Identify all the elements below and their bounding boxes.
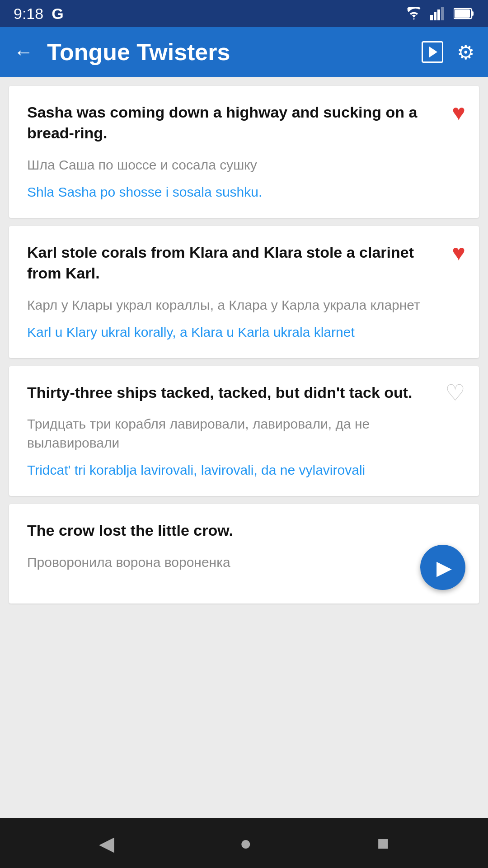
card-sasha: Sasha was coming down a highway and suck… <box>9 86 479 218</box>
svg-rect-5 <box>472 11 474 16</box>
card-1-transliteration: Shla Sasha po shosse i sosala sushku. <box>27 183 463 202</box>
card-3-transliteration: Tridcat' tri korablja lavirovali, laviro… <box>27 461 463 480</box>
nav-bar: ◀ ● ■ <box>0 818 488 868</box>
play-button[interactable] <box>422 41 443 63</box>
favorite-button-3[interactable]: ♡ <box>445 380 465 406</box>
card-3-title: Thirty-three ships tacked, tacked, but d… <box>27 382 463 403</box>
card-1-russian: Шла Саша по шоссе и сосала сушку <box>27 156 463 175</box>
app-bar: ← Tongue Twisters ⚙ <box>0 27 488 77</box>
card-2-transliteration: Karl u Klary ukral korally, a Klara u Ka… <box>27 323 463 342</box>
settings-button[interactable]: ⚙ <box>457 41 474 64</box>
card-4-title: The crow lost the little crow. <box>27 520 463 541</box>
favorite-button-1[interactable]: ♥ <box>452 99 465 126</box>
card-1-title: Sasha was coming down a highway and suck… <box>27 102 463 144</box>
nav-back-button[interactable]: ◀ <box>99 832 114 855</box>
play-icon <box>429 47 437 57</box>
signal-icon <box>430 7 446 20</box>
svg-rect-6 <box>455 9 470 18</box>
card-ships: Thirty-three ships tacked, tacked, but d… <box>9 366 479 496</box>
card-2-title: Karl stole corals from Klara and Klara s… <box>27 242 463 284</box>
svg-rect-2 <box>437 9 440 20</box>
status-bar: 9:18 G <box>0 0 488 27</box>
back-button[interactable]: ← <box>14 41 33 63</box>
card-2-russian: Карл у Клары украл кораллы, а Клара у Ка… <box>27 296 463 315</box>
nav-home-button[interactable]: ● <box>239 832 252 854</box>
favorite-button-2[interactable]: ♥ <box>452 240 465 266</box>
card-4-russian: Проворонила ворона вороненка <box>27 553 463 572</box>
card-karl: Karl stole corals from Klara and Klara s… <box>9 226 479 358</box>
content-area: Sasha was coming down a highway and suck… <box>0 77 488 818</box>
card-crow: The crow lost the little crow. Проворони… <box>9 504 479 604</box>
svg-rect-1 <box>434 12 436 20</box>
app-title: Tongue Twisters <box>47 38 408 66</box>
play-fab-button[interactable]: ▶ <box>420 545 465 590</box>
status-time: 9:18 <box>14 5 43 23</box>
svg-rect-0 <box>430 15 433 20</box>
svg-rect-3 <box>441 7 444 20</box>
google-icon: G <box>52 5 63 23</box>
card-3-russian: Тридцать три корабля лавировали, лавиров… <box>27 415 463 453</box>
nav-recent-button[interactable]: ■ <box>377 832 389 854</box>
status-right <box>405 7 474 20</box>
battery-icon <box>454 8 474 19</box>
fab-play-icon: ▶ <box>436 556 452 579</box>
wifi-icon <box>405 7 423 20</box>
status-left: 9:18 G <box>14 5 64 23</box>
